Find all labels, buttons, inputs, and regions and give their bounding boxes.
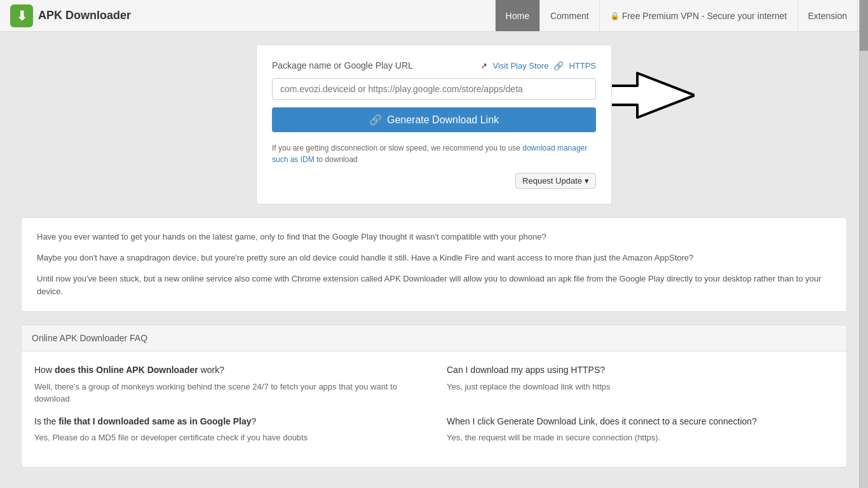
faq-item-3: Is the file that I downloaded same as in… xyxy=(34,416,421,444)
scrollbar-thumb[interactable] xyxy=(860,0,868,51)
request-update-button[interactable]: Request Update ▾ xyxy=(515,173,596,189)
card-links: ↗ Visit Play Store 🔗 HTTPS xyxy=(480,61,596,71)
faq-item-4: When I click Generate Download Link, doe… xyxy=(447,416,834,444)
info-box: Have you ever wanted to get your hands o… xyxy=(21,217,847,312)
generate-button-label: Generate Download Link xyxy=(387,114,499,126)
nav-item-vpn[interactable]: 🔒 Free Premium VPN - Secure your interne… xyxy=(600,0,798,31)
faq-item-2: Can I download my apps using HTTPS? Yes,… xyxy=(447,364,834,405)
info-paragraph-1: Have you ever wanted to get your hands o… xyxy=(37,231,831,244)
navbar: ⬇ APK Downloader Home Comment 🔒 Free Pre… xyxy=(0,0,868,32)
scrollbar[interactable] xyxy=(859,0,868,480)
request-update-label: Request Update xyxy=(522,176,582,186)
https-link[interactable]: HTTPS xyxy=(569,61,596,71)
faq-answer-2: Yes, just replace the download link with… xyxy=(447,381,834,393)
visit-play-store-link[interactable]: Visit Play Store xyxy=(492,61,548,71)
info-paragraph-2: Maybe you don't have a snapdragon device… xyxy=(37,252,831,265)
android-icon: ⬇ xyxy=(17,8,27,24)
faq-content: How does this Online APK Downloader work… xyxy=(22,351,846,467)
nav-items: Home Comment 🔒 Free Premium VPN - Secure… xyxy=(495,0,858,31)
generate-download-link-button[interactable]: 🔗 Generate Download Link xyxy=(272,107,596,132)
separator: 🔗 xyxy=(553,61,564,71)
main-card: Package name or Google Play URL ↗ Visit … xyxy=(256,44,612,205)
dropdown-arrow-icon: ▾ xyxy=(585,176,589,186)
info-paragraph-3: Until now you've been stuck, but a new o… xyxy=(37,273,831,299)
nav-item-comment[interactable]: Comment xyxy=(540,0,600,31)
faq-question-4: When I click Generate Download Link, doe… xyxy=(447,416,834,428)
card-footer: Request Update ▾ xyxy=(272,173,596,189)
faq-question-3: Is the file that I downloaded same as in… xyxy=(34,416,421,428)
faq-answer-4: Yes, the request will be made in secure … xyxy=(447,431,834,444)
info-text-after: to download xyxy=(315,155,358,164)
card-label: Package name or Google Play URL xyxy=(272,60,413,71)
nav-item-extension[interactable]: Extension xyxy=(798,0,858,31)
external-icon: ↗ xyxy=(480,61,487,71)
card-header: Package name or Google Play URL ↗ Visit … xyxy=(272,60,596,71)
info-text: If you are getting disconnection or slow… xyxy=(272,142,596,165)
faq-section: Online APK Downloader FAQ How does this … xyxy=(21,325,847,468)
faq-question-1: How does this Online APK Downloader work… xyxy=(34,364,421,377)
faq-question-2: Can I download my apps using HTTPS? xyxy=(447,364,834,377)
link-icon: 🔗 xyxy=(369,114,382,126)
url-input[interactable] xyxy=(272,78,596,100)
brand-logo[interactable]: ⬇ APK Downloader xyxy=(10,4,131,27)
brand-name: APK Downloader xyxy=(38,9,131,22)
info-text-before: If you are getting disconnection or slow… xyxy=(272,144,522,152)
nav-item-home[interactable]: Home xyxy=(495,0,540,31)
faq-answer-3: Yes, Please do a MD5 file or developer c… xyxy=(34,431,421,444)
faq-answer-1: Well, there's a group of monkeys working… xyxy=(34,381,421,405)
faq-header: Online APK Downloader FAQ xyxy=(22,325,846,351)
brand-icon: ⬇ xyxy=(10,4,33,27)
lock-icon: 🔒 xyxy=(610,11,620,20)
main-content: Package name or Google Play URL ↗ Visit … xyxy=(8,32,860,480)
faq-item-1: How does this Online APK Downloader work… xyxy=(34,364,421,405)
